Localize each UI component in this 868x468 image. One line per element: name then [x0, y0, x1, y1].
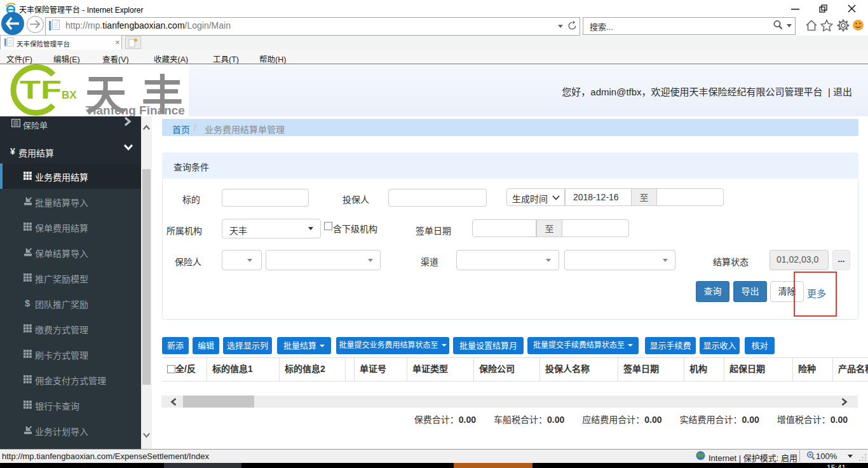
svg-text:BX: BX: [62, 89, 77, 101]
svg-text:TF: TF: [20, 75, 62, 104]
